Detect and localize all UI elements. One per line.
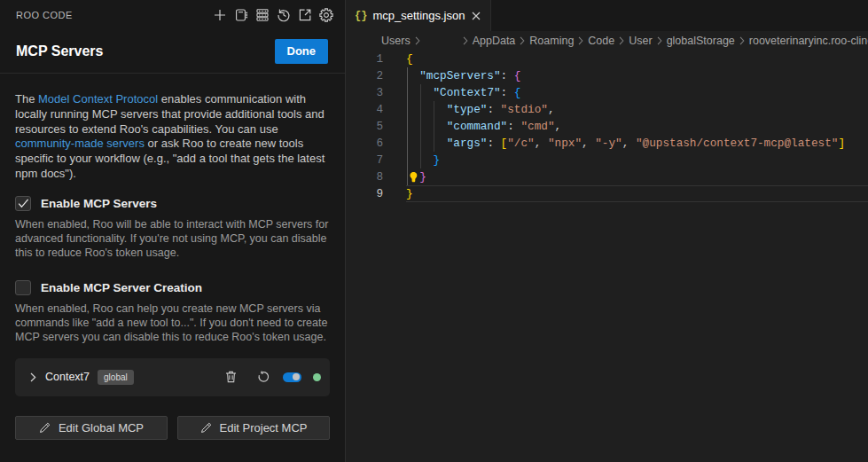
tab-title: mcp_settings.json xyxy=(372,9,469,22)
link-model-context-protocol[interactable]: Model Context Protocol xyxy=(38,92,158,106)
history-icon[interactable] xyxy=(277,8,291,22)
breadcrumb-item[interactable]: Code xyxy=(588,35,614,47)
code-line-9[interactable]: 9} xyxy=(346,185,868,202)
close-tab-icon[interactable] xyxy=(469,9,483,23)
line-number: 5 xyxy=(346,118,383,135)
breadcrumb-separator-icon xyxy=(739,36,746,45)
panel-toolbar-icons xyxy=(213,8,333,22)
breadcrumb-separator-icon xyxy=(414,36,421,45)
line-number: 2 xyxy=(346,67,383,84)
breadcrumb-item[interactable]: Roaming xyxy=(529,35,574,47)
line-number: 7 xyxy=(346,152,383,168)
code-line-8[interactable]: 8 } xyxy=(346,168,868,185)
settings-gear-icon[interactable] xyxy=(319,8,333,22)
code-line-6[interactable]: 6 "args": ["/c", "npx", "-y", "@upstash/… xyxy=(346,135,868,152)
breadcrumb-item[interactable]: globalStorage xyxy=(667,35,735,47)
breadcrumb-item[interactable]: Users xyxy=(381,35,411,47)
mcp-intro-text: The Model Context Protocol enables commu… xyxy=(15,92,330,182)
open-in-editor-icon[interactable] xyxy=(298,8,312,22)
extension-title: ROO CODE xyxy=(16,10,213,20)
enable-mcp-servers-label: Enable MCP Servers xyxy=(41,197,157,210)
code-line-2[interactable]: 2 "mcpServers": { xyxy=(346,67,868,84)
done-button[interactable]: Done xyxy=(275,39,329,64)
edit-global-mcp-button[interactable]: Edit Global MCP xyxy=(15,416,168,440)
page-title: MCP Servers xyxy=(16,43,103,59)
setting-enable-mcp-server-creation: Enable MCP Server Creation When enabled,… xyxy=(15,280,330,344)
code-line-1[interactable]: 1{ xyxy=(346,51,868,67)
setting-enable-mcp-servers: Enable MCP Servers When enabled, Roo wil… xyxy=(15,196,330,260)
panel-toolbar: ROO CODE xyxy=(0,0,345,29)
json-file-icon: {} xyxy=(355,10,367,22)
breadcrumb-item[interactable]: AppData xyxy=(473,35,516,47)
breadcrumb-item[interactable]: User xyxy=(629,35,652,47)
enable-mcp-server-creation-label: Enable MCP Server Creation xyxy=(41,281,202,294)
panel-header: MCP Servers Done xyxy=(0,29,345,73)
breadcrumbs: UsersAppDataRoamingCodeUserglobalStorage… xyxy=(346,31,868,51)
line-number: 9 xyxy=(346,185,383,202)
server-status-dot xyxy=(313,373,321,381)
server-enabled-toggle[interactable] xyxy=(283,372,301,382)
tab-bar: {} mcp_settings.json xyxy=(346,0,868,31)
breadcrumb-item[interactable]: rooveterinaryinc.roo-cline xyxy=(749,35,868,47)
edit-mcp-buttons: Edit Global MCP Edit Project MCP xyxy=(15,416,330,440)
breadcrumb-separator-icon xyxy=(618,36,625,45)
notepad-icon[interactable] xyxy=(234,8,248,22)
line-number: 4 xyxy=(346,101,383,118)
breadcrumb-separator-icon xyxy=(577,36,584,45)
roo-code-panel: ROO CODE xyxy=(0,0,346,462)
link-community-made-servers[interactable]: community-made servers xyxy=(15,137,145,150)
code-line-5[interactable]: 5 "command": "cmd", xyxy=(346,118,868,135)
tab-mcp-settings-json[interactable]: {} mcp_settings.json xyxy=(346,0,491,31)
line-number: 8 xyxy=(346,168,383,185)
server-scope-badge: global xyxy=(98,370,134,385)
line-number: 6 xyxy=(346,135,383,152)
code-editor[interactable]: 1{2 "mcpServers": {3 "Context7": {4 "typ… xyxy=(346,51,868,462)
editor-group: {} mcp_settings.json UsersAppDataRoaming… xyxy=(346,0,868,462)
line-number: 1 xyxy=(346,51,383,67)
vscode-window: ROO CODE xyxy=(0,0,868,462)
plus-icon[interactable] xyxy=(213,8,227,22)
delete-server-icon[interactable] xyxy=(223,370,238,384)
panel-body: The Model Context Protocol enables commu… xyxy=(0,74,345,462)
enable-mcp-server-creation-description: When enabled, Roo can help you create ne… xyxy=(15,301,330,344)
expand-chevron-icon[interactable] xyxy=(26,370,40,384)
breadcrumb-separator-icon xyxy=(656,36,663,45)
code-line-7[interactable]: 7 } xyxy=(346,152,868,168)
restart-server-icon[interactable] xyxy=(256,370,270,384)
code-line-3[interactable]: 3 "Context7": { xyxy=(346,84,868,101)
mcp-server-icon[interactable] xyxy=(255,8,270,22)
mcp-server-row-context7[interactable]: Context7 global xyxy=(15,358,330,396)
enable-mcp-servers-checkbox[interactable] xyxy=(15,196,31,211)
line-number: 3 xyxy=(346,84,383,101)
breadcrumb-separator-icon xyxy=(519,36,526,45)
edit-project-mcp-button[interactable]: Edit Project MCP xyxy=(177,416,330,440)
server-name: Context7 xyxy=(45,371,90,383)
code-line-4[interactable]: 4 "type": "stdio", xyxy=(346,101,868,118)
enable-mcp-server-creation-checkbox[interactable] xyxy=(15,280,31,295)
breadcrumb-separator-icon xyxy=(462,36,469,45)
enable-mcp-servers-description: When enabled, Roo will be able to intera… xyxy=(15,217,330,260)
